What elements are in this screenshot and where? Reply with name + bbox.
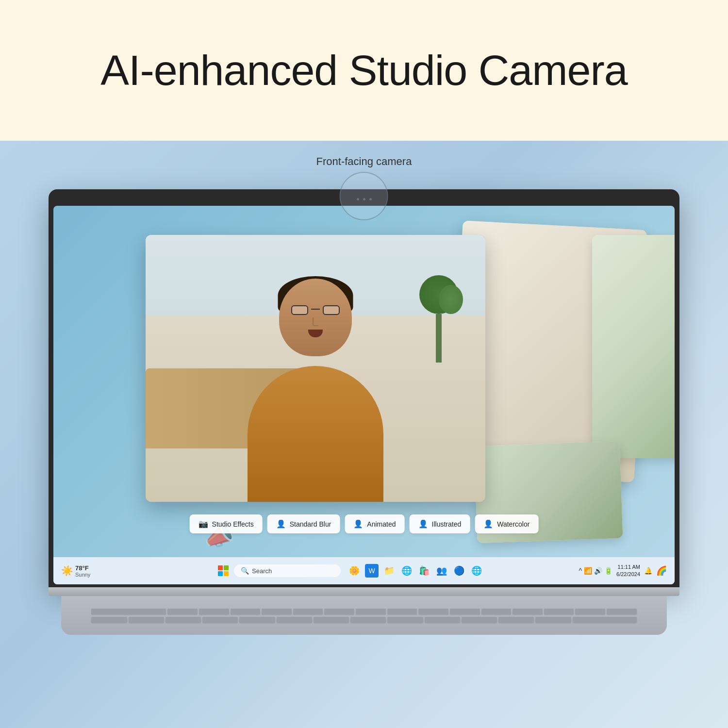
person-body — [248, 366, 383, 502]
laptop-section: Front-facing camera — [0, 141, 728, 728]
weather-sun-icon: ☀️ — [61, 565, 73, 577]
clock-time: 11:11 AM — [616, 563, 640, 571]
windows-logo — [218, 565, 229, 576]
camera-label-area: Front-facing camera — [316, 155, 412, 220]
video-card-back-3 — [592, 235, 675, 458]
win-logo-yellow — [224, 571, 229, 576]
key-del — [607, 609, 637, 614]
camera-label-text: Front-facing camera — [316, 155, 412, 168]
windows-start-button[interactable] — [215, 563, 231, 579]
standard-blur-label: Standard Blur — [290, 520, 331, 528]
taskbar-apps: 🌼 W 📁 🌐 🛍️ 👥 🔵 🌐 — [347, 564, 483, 578]
key-f10 — [450, 609, 480, 614]
search-icon: 🔍 — [241, 567, 249, 575]
taskbar-app-1[interactable]: W — [365, 564, 379, 578]
effects-buttons-row: 📷 Studio Effects 👤 Standard Blur 👤 Anima… — [190, 514, 539, 533]
animated-button[interactable]: 👤 Animated — [345, 514, 404, 533]
clock-date: 6/22/2024 — [616, 571, 640, 578]
watercolor-button[interactable]: 👤 Watercolor — [475, 514, 538, 533]
key-f1 — [167, 609, 198, 614]
taskbar-right: ^ 📶 🔊 🔋 11:11 AM 6/22/2024 🔔 🌈 — [560, 563, 667, 579]
watercolor-icon: 👤 — [483, 519, 493, 529]
key-pgup — [544, 609, 574, 614]
weather-temp: 78°F — [75, 564, 90, 572]
taskbar-center: 🔍 Search 🌼 W 📁 🌐 🛍️ 👥 🔵 — [139, 563, 560, 579]
key-row-2 — [91, 617, 636, 623]
key-row-1 — [91, 609, 636, 614]
tray-notification[interactable]: 🔔 — [644, 567, 652, 575]
illustrated-icon: 👤 — [418, 519, 428, 529]
hero-title: AI-enhanced Studio Camera — [100, 46, 627, 95]
taskbar-search[interactable]: 🔍 Search — [234, 564, 341, 577]
taskbar-app-0[interactable]: 🌼 — [347, 564, 361, 578]
illustrated-label: Illustrated — [432, 520, 462, 528]
win-logo-green — [224, 565, 229, 570]
tray-volume[interactable]: 🔊 — [594, 567, 602, 575]
standard-blur-button[interactable]: 👤 Standard Blur — [267, 514, 340, 533]
tray-chevron[interactable]: ^ — [579, 567, 582, 575]
key-tilde — [91, 617, 127, 623]
video-card-main — [146, 235, 485, 502]
person-figure — [223, 259, 408, 502]
studio-effects-button[interactable]: 📷 Studio Effects — [190, 514, 263, 533]
windows-taskbar: ☀️ 78°F Sunny — [53, 557, 675, 584]
key-f11 — [481, 609, 512, 614]
taskbar-app-teams[interactable]: 👥 — [435, 564, 448, 578]
illustrated-button[interactable]: 👤 Illustrated — [410, 514, 470, 533]
camera-circle-indicator — [340, 172, 388, 220]
video-person-background — [146, 235, 485, 502]
laptop-screen: 📣 📷 Studio Effects 👤 Standard Blur 👤 Ani… — [53, 206, 675, 584]
watercolor-label: Watercolor — [497, 520, 529, 528]
taskbar-app-blue[interactable]: 🔵 — [452, 564, 466, 578]
system-tray: ^ 📶 🔊 🔋 — [579, 567, 612, 575]
tray-network[interactable]: 📶 — [584, 567, 592, 575]
person-head — [279, 279, 352, 356]
tray-copilot-orb[interactable]: 🌈 — [656, 565, 667, 576]
key-pgdn — [575, 609, 605, 614]
taskbar-app-copilot[interactable]: 🌐 — [470, 564, 483, 578]
key-f8 — [387, 609, 417, 614]
key-f3 — [231, 609, 261, 614]
animated-icon: 👤 — [353, 519, 363, 529]
studio-effects-label: Studio Effects — [212, 520, 254, 528]
win-logo-blue — [218, 571, 223, 576]
key-esc — [91, 609, 166, 614]
laptop-bezel: 📣 📷 Studio Effects 👤 Standard Blur 👤 Ani… — [49, 189, 679, 587]
key-f5 — [293, 609, 323, 614]
system-clock[interactable]: 11:11 AM 6/22/2024 — [616, 563, 640, 579]
key-f6 — [324, 609, 354, 614]
taskbar-app-folder[interactable]: 📁 — [382, 564, 396, 578]
taskbar-app-store[interactable]: 🛍️ — [417, 564, 431, 578]
weather-info: 78°F Sunny — [75, 564, 90, 578]
taskbar-left: ☀️ 78°F Sunny — [61, 564, 139, 578]
win-logo-red — [218, 565, 223, 570]
key-f7 — [356, 609, 386, 614]
animated-label: Animated — [367, 520, 396, 528]
laptop-device: 📣 📷 Studio Effects 👤 Standard Blur 👤 Ani… — [49, 189, 679, 635]
taskbar-app-edge[interactable]: 🌐 — [400, 564, 414, 578]
video-cards-area — [146, 225, 582, 526]
hero-section: AI-enhanced Studio Camera — [0, 0, 728, 141]
tray-battery[interactable]: 🔋 — [604, 567, 612, 575]
search-label: Search — [252, 567, 272, 575]
keyboard-rows — [91, 609, 636, 623]
laptop-base — [49, 587, 679, 596]
key-f2 — [199, 609, 229, 614]
weather-widget: ☀️ 78°F Sunny — [61, 564, 90, 578]
weather-condition: Sunny — [75, 572, 90, 578]
key-f4 — [262, 609, 292, 614]
laptop-keyboard — [61, 596, 667, 635]
key-f9 — [418, 609, 448, 614]
key-home — [513, 609, 543, 614]
studio-effects-icon: 📷 — [199, 519, 208, 529]
standard-blur-icon: 👤 — [276, 519, 286, 529]
